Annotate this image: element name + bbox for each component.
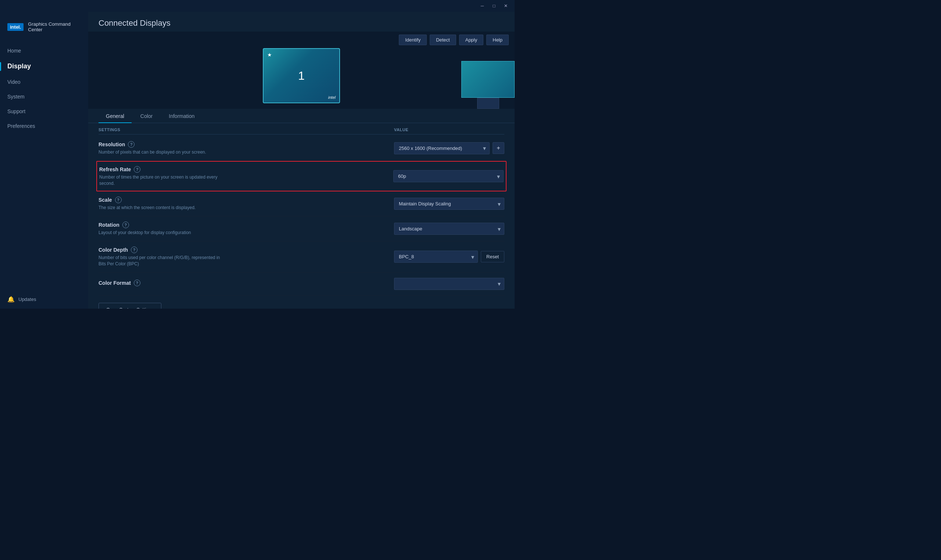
color-format-select-wrapper <box>394 278 504 290</box>
sidebar-updates[interactable]: 🔔 Updates <box>0 290 88 309</box>
side-preview-bottom <box>477 98 499 109</box>
side-preview-top <box>461 61 514 98</box>
main-content: Connected Displays Identify Detect Apply… <box>88 12 514 309</box>
color-depth-desc: Number of bits used per color channel (R… <box>99 255 223 267</box>
sidebar-item-home[interactable]: Home <box>0 43 88 58</box>
bell-icon: 🔔 <box>7 296 15 303</box>
app-body: intel. Graphics Command Center Home Disp… <box>0 12 514 309</box>
rotation-desc: Layout of your desktop for display confi… <box>99 230 223 236</box>
monitor-brand: intel <box>328 95 336 100</box>
resolution-help-icon[interactable]: ? <box>128 141 134 148</box>
tab-color[interactable]: Color <box>133 109 160 123</box>
apply-button[interactable]: Apply <box>459 35 484 45</box>
monitor-star-icon: ★ <box>267 52 272 58</box>
sidebar-item-label: Support <box>7 108 25 114</box>
scale-select-wrapper: Maintain Display Scaling <box>394 198 504 210</box>
setting-row-resolution: Resolution ? Number of pixels that can b… <box>99 136 504 161</box>
sidebar-item-label: Display <box>7 63 31 70</box>
setting-row-color-format: Color Format ? <box>99 273 504 295</box>
scale-label: Scale <box>99 197 112 203</box>
color-depth-help-icon[interactable]: ? <box>131 246 137 253</box>
display-preview-area: Identify Detect Apply Help ★ 1 intel <box>88 32 514 109</box>
color-depth-control: BPC_8 Reset <box>394 251 504 263</box>
refresh-rate-select-wrapper: 60p <box>393 170 504 182</box>
resolution-add-button[interactable]: + <box>493 142 504 154</box>
refresh-rate-select[interactable]: 60p <box>393 170 504 182</box>
scale-help-icon[interactable]: ? <box>115 197 122 203</box>
monitor-number: 1 <box>298 69 305 83</box>
page-title: Connected Displays <box>88 12 514 32</box>
tabs-bar: General Color Information <box>88 109 514 123</box>
sidebar-item-label: Home <box>7 48 21 54</box>
scale-desc: The size at which the screen content is … <box>99 205 223 211</box>
sidebar-item-system[interactable]: System <box>0 89 88 104</box>
scale-control: Maintain Display Scaling <box>394 198 504 210</box>
rotation-info: Rotation ? Layout of your desktop for di… <box>99 222 394 236</box>
toolbar: Identify Detect Apply Help <box>393 32 514 48</box>
refresh-rate-name: Refresh Rate ? <box>99 166 393 173</box>
close-button[interactable]: ✕ <box>500 0 512 12</box>
resolution-desc: Number of pixels that can be displayed o… <box>99 149 223 155</box>
color-depth-select[interactable]: BPC_8 <box>394 251 478 263</box>
intel-badge: intel. <box>7 23 23 31</box>
resolution-select[interactable]: 2560 x 1600 (Recommended) <box>394 142 490 154</box>
open-system-settings-button[interactable]: Open System Settings <box>99 303 162 309</box>
sidebar-app-title: Graphics Command Center <box>28 21 81 32</box>
settings-col-header: SETTINGS <box>99 128 394 132</box>
sidebar-item-preferences[interactable]: Preferences <box>0 119 88 133</box>
sidebar-logo: intel. Graphics Command Center <box>0 15 88 43</box>
settings-content: SETTINGS VALUE Resolution ? Number of pi… <box>88 123 514 309</box>
rotation-select-wrapper: Landscape <box>394 223 504 235</box>
side-panel-preview <box>461 61 514 109</box>
color-format-label: Color Format <box>99 280 131 286</box>
sidebar-item-display[interactable]: Display <box>0 58 88 75</box>
sidebar-nav: Home Display Video System Support Prefer… <box>0 43 88 290</box>
refresh-rate-info: Refresh Rate ? Number of times the pictu… <box>99 166 393 187</box>
identify-button[interactable]: Identify <box>399 35 427 45</box>
rotation-label: Rotation <box>99 222 119 228</box>
color-depth-select-wrapper: BPC_8 <box>394 251 478 263</box>
resolution-name: Resolution ? <box>99 141 394 148</box>
refresh-rate-help-icon[interactable]: ? <box>134 166 140 173</box>
color-format-select[interactable] <box>394 278 504 290</box>
setting-row-rotation: Rotation ? Layout of your desktop for di… <box>99 217 504 242</box>
scale-info: Scale ? The size at which the screen con… <box>99 197 394 211</box>
detect-button[interactable]: Detect <box>430 35 456 45</box>
updates-label: Updates <box>18 297 36 302</box>
color-depth-label: Color Depth <box>99 247 128 253</box>
rotation-name: Rotation ? <box>99 222 394 228</box>
color-format-name: Color Format ? <box>99 280 394 286</box>
sidebar-item-label: Video <box>7 79 21 85</box>
refresh-rate-desc: Number of times the picture on your scre… <box>99 174 224 187</box>
resolution-select-wrapper: 2560 x 1600 (Recommended) <box>394 142 490 154</box>
resolution-control: 2560 x 1600 (Recommended) + <box>394 142 504 154</box>
monitor-preview: ★ 1 intel <box>263 48 340 103</box>
color-depth-reset-button[interactable]: Reset <box>481 251 504 262</box>
setting-row-scale: Scale ? The size at which the screen con… <box>99 191 504 217</box>
sidebar-item-support[interactable]: Support <box>0 104 88 119</box>
rotation-select[interactable]: Landscape <box>394 223 504 235</box>
rotation-control: Landscape <box>394 223 504 235</box>
color-depth-name: Color Depth ? <box>99 246 394 253</box>
titlebar: ─ □ ✕ <box>0 0 514 12</box>
scale-select[interactable]: Maintain Display Scaling <box>394 198 504 210</box>
setting-row-refresh-rate: Refresh Rate ? Number of times the pictu… <box>96 161 507 192</box>
sidebar-item-label: Preferences <box>7 123 35 129</box>
tab-general[interactable]: General <box>99 109 132 123</box>
color-format-control <box>394 278 504 290</box>
tab-information[interactable]: Information <box>162 109 202 123</box>
sidebar-item-video[interactable]: Video <box>0 75 88 89</box>
color-format-info: Color Format ? <box>99 280 394 288</box>
minimize-button[interactable]: ─ <box>476 0 488 12</box>
scale-name: Scale ? <box>99 197 394 203</box>
sidebar: intel. Graphics Command Center Home Disp… <box>0 12 88 309</box>
settings-header-row: SETTINGS VALUE <box>99 123 504 134</box>
refresh-rate-control: 60p <box>393 170 504 182</box>
color-format-help-icon[interactable]: ? <box>134 280 140 286</box>
rotation-help-icon[interactable]: ? <box>122 222 129 228</box>
value-col-header: VALUE <box>394 128 504 132</box>
maximize-button[interactable]: □ <box>488 0 500 12</box>
resolution-label: Resolution <box>99 142 125 147</box>
refresh-rate-label: Refresh Rate <box>99 166 131 172</box>
help-button[interactable]: Help <box>486 35 509 45</box>
